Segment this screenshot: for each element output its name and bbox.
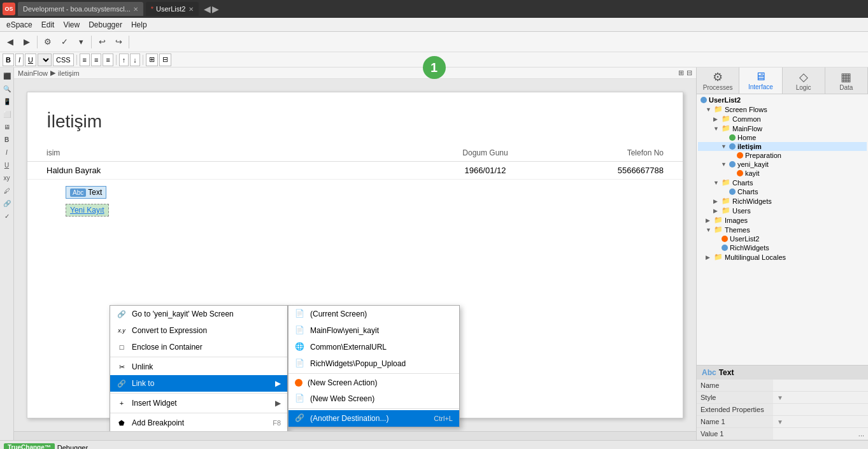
debugger-tab[interactable]: Debugger (57, 444, 88, 450)
tree-multilingual[interactable]: ▶ 📁 Multilingual Locales (698, 252, 867, 262)
tree-home[interactable]: Home (698, 133, 867, 142)
sm-current-screen[interactable]: 📄 (Current Screen) (288, 306, 459, 322)
cm-unlink[interactable]: ✂ Unlink (110, 359, 287, 375)
fmt-cols[interactable]: ⊟ (159, 53, 171, 66)
tree-common[interactable]: ▶ 📁 Common (698, 114, 867, 124)
toolbar-back[interactable]: ◀ (3, 34, 18, 50)
breadcrumb-collapse[interactable]: ⊟ (687, 69, 692, 77)
sm-new-action-label: (New Screen Action) (308, 378, 377, 387)
tab-userlist2-close[interactable]: ✕ (189, 6, 194, 13)
ls-tablet[interactable]: ⬜ (1, 108, 13, 120)
fmt-underline[interactable]: U (25, 53, 36, 66)
ls-select[interactable]: ⬛ (1, 70, 13, 82)
tree-preparation[interactable]: Preparation (698, 151, 867, 160)
sm-new-screen-action[interactable]: (New Screen Action) (288, 375, 459, 390)
menu-espace[interactable]: eSpace (3, 19, 36, 31)
fmt-down[interactable]: ↓ (130, 53, 140, 66)
fmt-css[interactable]: CSS (53, 53, 74, 66)
toolbar: ◀ ▶ ⚙ ✓ ▾ ↩ ↪ 1 (0, 32, 868, 52)
toolbar-forward[interactable]: ▶ (19, 34, 34, 50)
ls-link[interactable]: 🔗 (1, 197, 13, 209)
tree-images[interactable]: ▶ 📁 Images (698, 215, 867, 225)
menu-debugger[interactable]: Debugger (85, 19, 126, 31)
ls-zoom-in[interactable]: 🔍 (1, 83, 13, 94)
tree-users[interactable]: ▶ 📁 Users (698, 206, 867, 215)
logic-icon: ◇ (799, 70, 808, 84)
tree-charts-folder[interactable]: ▼ 📁 Charts (698, 178, 867, 187)
fmt-bold[interactable]: B (3, 53, 14, 66)
sm-mainflow-label: MainFlow\yeni_kayit (310, 326, 379, 335)
sm-richwidgets-popup[interactable]: 📄 RichWidgets\Popup_Upload (288, 355, 459, 372)
prop-value-style[interactable]: ▼ (773, 392, 868, 403)
left-sidebar: ⬛ 🔍 📱 ⬜ 🖥 B I U xy 🖊 🔗 ✓ (0, 68, 14, 440)
tree-yeni-kayit[interactable]: ▼ yeni_kayit (698, 160, 867, 169)
cm-convert[interactable]: x.y Convert to Expression (110, 322, 287, 339)
sm-mainflow-yeni[interactable]: 📄 MainFlow\yeni_kayit (288, 322, 459, 339)
canvas-hscroll[interactable] (14, 431, 696, 440)
fmt-align-center[interactable]: ≡ (91, 53, 101, 66)
toolbar-check[interactable]: ✓ (57, 34, 72, 50)
prop-row-style: Style ▼ (697, 392, 868, 404)
ls-italic[interactable]: I (1, 146, 13, 158)
tree-themes[interactable]: ▼ 📁 Themes (698, 225, 867, 234)
prop-value1-ellipsis[interactable]: ... (858, 430, 864, 438)
prop-style-dropdown[interactable]: ▼ (777, 394, 783, 401)
ls-paint[interactable]: 🖊 (1, 185, 13, 196)
cm-insert[interactable]: + Insert Widget ▶ (110, 395, 287, 411)
ls-bold[interactable]: B (1, 134, 13, 145)
nav-arrows: ◀ ▶ (204, 4, 219, 14)
tree-mainflow[interactable]: ▼ 📁 MainFlow (698, 124, 867, 133)
cm-breakpoint[interactable]: ⬟ Add Breakpoint F8 (110, 415, 287, 431)
tree-richwidgets2[interactable]: RichWidgets (698, 243, 867, 252)
tree-charts[interactable]: Charts (698, 187, 867, 196)
tab-development-close[interactable]: ✕ (133, 6, 138, 13)
tree-iletisim[interactable]: ▼ iletişim (698, 142, 867, 151)
tree-userlist2-theme[interactable]: UserList2 (698, 234, 867, 243)
fmt-italic[interactable]: I (15, 53, 24, 66)
toolbar-settings[interactable]: ⚙ (40, 34, 55, 50)
tree-screen-flows[interactable]: ▼ 📁 Screen Flows (698, 104, 867, 114)
cm-enclose[interactable]: □ Enclose in Container (110, 339, 287, 355)
nav-forward-icon[interactable]: ▶ (212, 4, 219, 14)
ls-phone[interactable]: 📱 (1, 96, 13, 107)
rt-tab-interface[interactable]: 🖥 Interface (739, 68, 782, 94)
selected-text-widget[interactable]: Abc Text (66, 186, 106, 199)
tree-kayit[interactable]: kayit (698, 169, 867, 178)
prop-value-value1[interactable]: ... (773, 428, 868, 439)
rt-tab-data[interactable]: ▦ Data (825, 68, 868, 94)
sm-common-url[interactable]: 🌐 Common\ExternalURL (288, 339, 459, 355)
breadcrumb-expand[interactable]: ⊞ (678, 69, 684, 77)
cm-goto[interactable]: 🔗 Go to 'yeni_kayit' Web Screen (110, 306, 287, 322)
ls-underline[interactable]: U (1, 159, 13, 171)
tab-userlist2[interactable]: * UserList2 ✕ (146, 2, 199, 16)
rt-tab-processes[interactable]: ⚙ Processes (697, 68, 739, 94)
prop-value-extended[interactable] (773, 404, 868, 415)
fmt-align-left[interactable]: ≡ (80, 53, 90, 66)
fmt-align-right[interactable]: ≡ (103, 53, 113, 66)
prop-row-name: Name (697, 380, 868, 392)
fmt-size-select[interactable] (38, 53, 52, 66)
menu-edit[interactable]: Edit (38, 19, 59, 31)
sm-another-dest[interactable]: 🔗 (Another Destination...) Ctrl+L (288, 410, 459, 427)
menu-view[interactable]: View (59, 19, 83, 31)
nav-back-icon[interactable]: ◀ (204, 4, 211, 14)
menu-help[interactable]: Help (127, 19, 151, 31)
prop-name1-dropdown[interactable]: ▼ (777, 418, 783, 425)
selected-link[interactable]: Yeni Kayıt (66, 204, 109, 217)
ls-xy[interactable]: xy (1, 172, 13, 183)
toolbar-redo[interactable]: ↪ (111, 34, 126, 50)
tab-development[interactable]: Development - boa.outsystemscl... ✕ (18, 2, 143, 16)
tree-richwidgets[interactable]: ▶ 📁 RichWidgets (698, 196, 867, 206)
sm-new-web-screen[interactable]: 📄 (New Web Screen) (288, 390, 459, 407)
cm-linkto[interactable]: 🔗 Link to ▶ (110, 375, 287, 392)
rt-tab-logic[interactable]: ◇ Logic (783, 68, 825, 94)
fmt-up[interactable]: ↑ (119, 53, 129, 66)
prop-value-name[interactable] (773, 380, 868, 391)
toolbar-undo[interactable]: ↩ (94, 34, 110, 50)
ls-desktop[interactable]: 🖥 (1, 121, 13, 132)
toolbar-dropdown1[interactable]: ▾ (73, 34, 89, 50)
sm-sep1 (288, 373, 459, 374)
prop-value-name1[interactable]: ▼ (773, 416, 868, 427)
fmt-table[interactable]: ⊞ (146, 53, 158, 66)
ls-ok[interactable]: ✓ (1, 210, 13, 222)
